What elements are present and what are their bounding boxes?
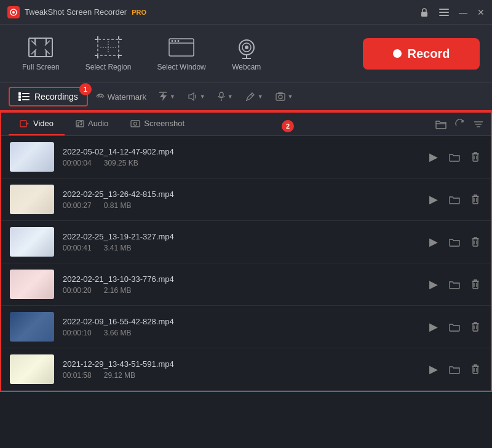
play-icon[interactable]: ▶ [427,190,440,209]
tab-video[interactable]: Video [9,113,65,135]
close-icon[interactable]: ✕ [477,7,485,17]
full-screen-tool[interactable]: Full Screen [12,31,69,76]
minimize-icon[interactable]: — [459,7,467,17]
svg-point-47 [81,123,82,125]
svg-rect-56 [473,196,478,204]
tab-audio[interactable]: Audio [65,113,119,135]
full-screen-icon [26,36,55,59]
play-icon[interactable]: ▶ [427,360,440,378]
recording-duration: 00:00:10 [63,329,92,337]
lightning-dropdown-arrow: ▼ [170,94,175,100]
recording-info: 2021-12-29_13-43-51-591.mp4 00:01:58 29.… [63,359,418,380]
screenshot-tool[interactable]: ▼ [271,89,298,105]
window-controls: — ✕ [419,7,485,17]
delete-icon[interactable] [469,277,482,292]
recording-thumbnail [10,185,54,214]
app-title: TweakShot Screen Recorder [25,7,127,17]
recording-size: 3.41 MB [104,244,132,252]
recording-size: 2.16 MB [104,286,132,295]
webcam-icon [232,36,261,59]
webcam-tool[interactable]: Webcam [222,31,271,76]
tab-screenshot[interactable]: Screenshot [119,113,196,135]
watermark-tool[interactable]: Watermark [90,88,151,105]
delete-icon[interactable] [469,192,482,207]
play-icon[interactable]: ▶ [427,233,440,251]
microphone-icon [218,92,225,102]
screenshot-icon [276,92,285,101]
svg-rect-5 [439,15,449,16]
volume-tool[interactable]: ▼ [183,88,210,105]
record-label: Record [408,47,450,61]
refresh-icon[interactable] [455,119,465,129]
svg-rect-32 [22,96,30,97]
recording-item[interactable]: 2022-02-21_13-10-33-776.mp4 00:00:20 2.1… [1,263,491,306]
microphone-tool[interactable]: ▼ [213,88,238,105]
play-icon[interactable]: ▶ [427,148,440,166]
recording-meta: 00:00:27 0.81 MB [63,201,418,210]
delete-icon[interactable] [469,150,482,164]
thumb-preview [10,227,54,257]
recording-list: 2022-05-02_14-12-47-902.mp4 00:00:04 309… [1,136,491,391]
svg-rect-42 [279,92,282,94]
svg-point-21 [175,40,177,42]
svg-rect-4 [439,12,449,13]
svg-rect-48 [131,121,140,127]
folder-icon[interactable] [446,362,462,377]
recording-item[interactable]: 2021-12-29_13-43-51-591.mp4 00:01:58 29.… [1,348,491,391]
select-region-tool[interactable]: Select Region [76,31,141,76]
lock-icon[interactable] [419,7,429,17]
audio-tab-icon [76,120,84,127]
lightning-tool[interactable]: ▼ [154,88,180,105]
menu-icon[interactable] [439,9,449,16]
folder-icon[interactable] [446,278,462,292]
svg-rect-65 [473,324,478,331]
recording-actions: ▶ [427,148,482,166]
video-tab-icon [20,120,30,127]
svg-rect-59 [473,239,478,246]
recording-duration: 00:00:20 [63,286,92,295]
thumb-preview [10,185,54,214]
recording-info: 2022-02-25_13-19-21-327.mp4 00:00:41 3.4… [63,232,418,252]
svg-rect-29 [18,95,21,98]
svg-rect-62 [473,281,478,289]
recordings-button[interactable]: Recordings [9,87,88,106]
svg-rect-31 [22,93,30,94]
select-window-icon [167,36,196,59]
svg-rect-43 [20,121,26,127]
screenshot-tab-icon [130,120,140,127]
open-folder-icon[interactable] [435,119,446,129]
thumb-preview [10,354,54,384]
folder-icon[interactable] [446,193,462,207]
folder-icon[interactable] [446,235,462,249]
folder-icon[interactable] [446,320,462,334]
play-icon[interactable]: ▶ [427,318,440,336]
watermark-icon [95,92,105,102]
delete-icon[interactable] [469,319,482,334]
recording-item[interactable]: 2022-02-09_16-55-42-828.mp4 00:00:10 3.6… [1,306,491,348]
recording-duration: 00:00:41 [63,244,92,252]
recording-info: 2022-05-02_14-12-47-902.mp4 00:00:04 309… [63,147,418,167]
svg-rect-36 [220,92,223,97]
recording-item[interactable]: 2022-02-25_13-19-21-327.mp4 00:00:41 3.4… [1,221,491,263]
recording-info: 2022-02-25_13-26-42-815.mp4 00:00:27 0.8… [63,190,418,210]
thumb-preview [10,312,54,342]
delete-icon[interactable] [469,234,482,249]
recording-name: 2022-02-09_16-55-42-828.mp4 [63,317,418,326]
recording-duration: 00:00:27 [63,201,92,210]
annotation-tool[interactable]: ▼ [240,88,268,105]
recording-item[interactable]: 2022-05-02_14-12-47-902.mp4 00:00:04 309… [1,136,491,178]
svg-rect-68 [473,366,478,374]
svg-point-46 [77,124,79,126]
play-icon[interactable]: ▶ [427,275,440,294]
select-window-tool[interactable]: Select Window [147,31,215,76]
screenshot-dropdown-arrow: ▼ [288,94,293,100]
sort-icon[interactable] [474,119,483,129]
delete-icon[interactable] [469,362,482,377]
recording-info: 2022-02-21_13-10-33-776.mp4 00:00:20 2.1… [63,274,418,295]
folder-icon[interactable] [446,150,462,164]
annotation-1: 1 [79,83,92,95]
record-dot-icon [393,49,402,58]
record-button[interactable]: Record [363,38,480,70]
recording-meta: 00:01:58 29.12 MB [63,371,418,380]
recording-item[interactable]: 2022-02-25_13-26-42-815.mp4 00:00:27 0.8… [1,178,491,221]
